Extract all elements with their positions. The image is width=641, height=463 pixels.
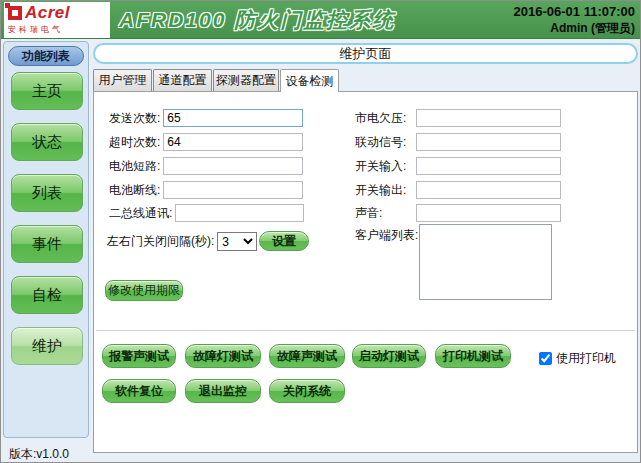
sidebar: 功能列表 主页 状态 列表 事件 自检 维护 (3, 41, 89, 438)
linkage-signal-input[interactable] (416, 133, 561, 151)
current-user: Admin (管理员) (514, 20, 635, 37)
battery-break-input[interactable] (163, 181, 303, 199)
switch-input-input[interactable] (416, 157, 561, 175)
sidebar-item-events[interactable]: 事件 (11, 225, 83, 263)
sidebar-header: 功能列表 (8, 46, 84, 66)
app-header: Acrel 安科瑞电气 AFRD100 防火门监控系统 2016-06-01 1… (1, 1, 641, 39)
separator (96, 330, 635, 331)
printer-test-button[interactable]: 打印机测试 (435, 344, 511, 368)
client-list-label: 客户端列表: (355, 227, 418, 244)
logo: Acrel 安科瑞电气 (4, 2, 110, 38)
use-printer-checkbox-row: 使用打印机 (539, 350, 616, 367)
send-count-input[interactable] (163, 109, 303, 127)
device-test-panel: 发送次数: 超时次数: 电池短路: 电池断线: 二总线通讯: 市电欠压: 联动信… (93, 91, 638, 453)
mains-undervoltage-label: 市电欠压: (355, 110, 413, 127)
software-reset-button[interactable]: 软件复位 (102, 379, 176, 403)
battery-short-label: 电池短路: (109, 158, 160, 175)
timeout-count-input[interactable] (163, 133, 303, 151)
sidebar-item-selfcheck[interactable]: 自检 (11, 276, 83, 314)
twobus-comm-input[interactable] (175, 204, 304, 222)
door-interval-label: 左右门关闭间隔(秒): (107, 233, 214, 250)
app-window: Acrel 安科瑞电气 AFRD100 防火门监控系统 2016-06-01 1… (0, 0, 641, 463)
battery-short-input[interactable] (163, 157, 303, 175)
shutdown-system-button[interactable]: 关闭系统 (269, 379, 345, 403)
sound-label: 声音: (355, 205, 413, 222)
linkage-signal-label: 联动信号: (355, 134, 413, 151)
tab-detector-config[interactable]: 探测器配置 (213, 69, 279, 91)
tab-device-test[interactable]: 设备检测 (280, 69, 339, 92)
page-title: 维护页面 (93, 43, 638, 64)
tab-channel-config[interactable]: 通道配置 (153, 69, 212, 91)
tab-user-management[interactable]: 用户管理 (93, 69, 152, 91)
set-button[interactable]: 设置 (259, 231, 309, 251)
fault-light-test-button[interactable]: 故障灯测试 (185, 344, 261, 368)
twobus-comm-label: 二总线通讯: (109, 205, 172, 222)
logo-subtitle: 安科瑞电气 (8, 24, 106, 35)
sidebar-item-list[interactable]: 列表 (11, 174, 83, 212)
timeout-count-label: 超时次数: (109, 134, 160, 151)
exit-monitor-button[interactable]: 退出监控 (185, 379, 261, 403)
start-light-test-button[interactable]: 启动灯测试 (352, 344, 426, 368)
send-count-label: 发送次数: (109, 110, 160, 127)
logo-brand: Acrel (25, 3, 70, 23)
datetime-display: 2016-06-01 11:07:00 (514, 4, 635, 19)
door-interval-select[interactable]: 3 (217, 232, 257, 251)
use-printer-checkbox[interactable] (539, 352, 552, 365)
version-label: 版本:v1.0.0 (9, 446, 69, 463)
switch-output-input[interactable] (416, 181, 561, 199)
client-list-textarea[interactable] (419, 224, 552, 300)
modify-license-button[interactable]: 修改使用期限 (105, 280, 183, 301)
switch-output-label: 开关输出: (355, 182, 413, 199)
app-title: AFRD100 防火门监控系统 (119, 6, 395, 34)
use-printer-label: 使用打印机 (556, 350, 616, 367)
sound-input[interactable] (416, 204, 561, 222)
sidebar-item-status[interactable]: 状态 (11, 123, 83, 161)
sidebar-item-maintenance[interactable]: 维护 (11, 327, 83, 365)
acrel-logo-icon (8, 6, 22, 20)
battery-break-label: 电池断线: (109, 182, 160, 199)
sidebar-item-home[interactable]: 主页 (11, 72, 83, 110)
alarm-sound-test-button[interactable]: 报警声测试 (102, 344, 176, 368)
fault-sound-test-button[interactable]: 故障声测试 (269, 344, 345, 368)
header-right: 2016-06-01 11:07:00 Admin (管理员) (514, 4, 635, 37)
switch-input-label: 开关输入: (355, 158, 413, 175)
mains-undervoltage-input[interactable] (416, 109, 561, 127)
